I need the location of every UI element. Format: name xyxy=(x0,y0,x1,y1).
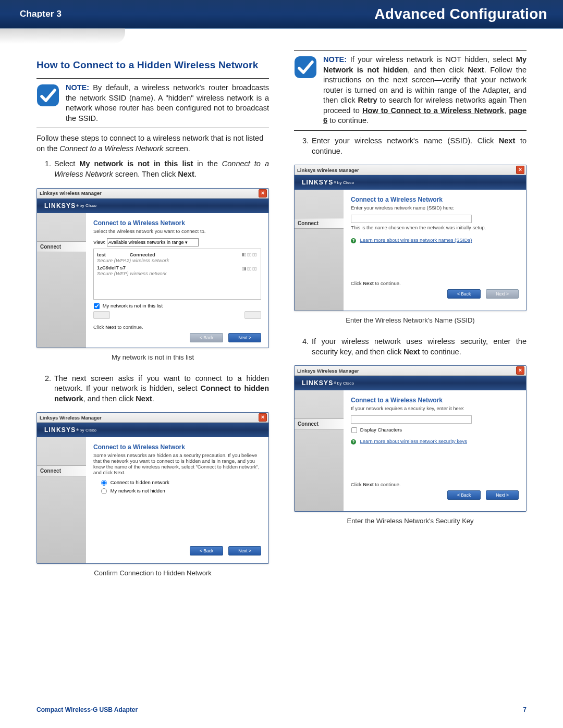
brand-bar: LINKSYS®by Cisco xyxy=(37,423,268,437)
step-3: Enter your wireless network's name (SSID… xyxy=(311,136,527,156)
sidebar-tab-connect[interactable]: Connect xyxy=(295,218,344,229)
figure-caption: My network is not in this list xyxy=(36,353,269,361)
svg-rect-1 xyxy=(295,56,316,78)
footer-product: Compact Wireless-G USB Adapter xyxy=(36,706,138,713)
chapter-label: Chapter 3 xyxy=(20,9,62,19)
back-button[interactable]: < Back xyxy=(447,490,481,500)
close-icon[interactable]: × xyxy=(259,413,267,422)
intro-text: Follow these steps to connect to a wirel… xyxy=(36,133,269,154)
panel-title: Connect to a Wireless Network xyxy=(93,443,261,451)
network-list[interactable]: test Connected Secure (WPA2) wireless ne… xyxy=(93,249,261,300)
note-label: NOTE: xyxy=(323,55,347,64)
disabled-button xyxy=(244,311,261,319)
connect-hidden-radio[interactable]: Connect to hidden network xyxy=(101,479,169,485)
close-icon[interactable]: × xyxy=(516,166,524,174)
section-title: How to Connect to a Hidden Wireless Netw… xyxy=(36,59,269,71)
step-2: The next screen asks if you want to conn… xyxy=(53,374,269,404)
panel-subtitle: Select the wireless network you want to … xyxy=(93,228,261,234)
help-icon: ? xyxy=(351,238,356,243)
step-4: If your wireless network uses wireless s… xyxy=(311,337,527,357)
my-network-not-in-list-checkbox[interactable]: My network is not in this list xyxy=(93,303,163,309)
brand-bar: LINKSYS®by Cisco xyxy=(295,175,526,190)
panel-title: Connect to a Wireless Network xyxy=(351,196,519,203)
brand-bar: LINKSYS®by Cisco xyxy=(295,376,526,390)
help-link-security[interactable]: Learn more about wireless network securi… xyxy=(360,438,467,444)
note-text: By default, a wireless network's router … xyxy=(66,83,269,122)
next-button[interactable]: Next > xyxy=(486,490,519,500)
panel-title: Connect to a Wireless Network xyxy=(351,397,519,404)
display-characters-checkbox[interactable]: Display Characters xyxy=(351,427,402,433)
sidebar-tab-connect[interactable]: Connect xyxy=(295,418,344,429)
checkmark-icon xyxy=(36,84,59,107)
help-link-ssid[interactable]: Learn more about wireless network names … xyxy=(360,237,472,243)
brand-bar: LINKSYS®by Cisco xyxy=(37,199,268,213)
figure-caption: Confirm Connection to Hidden Network xyxy=(36,569,269,577)
screenshot-window-1: Linksys Wireless Manager × LINKSYS®by Ci… xyxy=(36,188,269,348)
sidebar-tab-connect[interactable]: Connect xyxy=(37,241,86,252)
window-title: Linksys Wireless Manager xyxy=(40,190,102,196)
panel-subtitle: Enter your wireless network name (SSID) … xyxy=(351,205,519,211)
figure-caption: Enter the Wireless Network's Security Ke… xyxy=(294,517,527,525)
screenshot-window-3: Linksys Wireless Manager × LINKSYS®by Ci… xyxy=(294,165,527,311)
note-label: NOTE: xyxy=(66,83,89,92)
ssid-input[interactable] xyxy=(351,215,472,223)
back-button[interactable]: < Back xyxy=(190,546,223,556)
next-button[interactable]: Next > xyxy=(486,289,519,299)
panel-title: Connect to a Wireless Network xyxy=(93,219,261,227)
view-select[interactable]: Available wireless networks in range ▾ xyxy=(107,238,199,246)
back-button[interactable]: < Back xyxy=(190,333,223,342)
footer-page-number: 7 xyxy=(523,706,527,713)
window-title: Linksys Wireless Manager xyxy=(40,415,102,421)
page-title: Advanced Configuration xyxy=(374,6,547,22)
window-title: Linksys Wireless Manager xyxy=(297,167,359,173)
close-icon[interactable]: × xyxy=(516,366,524,375)
back-button[interactable]: < Back xyxy=(447,289,481,299)
security-key-input[interactable] xyxy=(351,415,472,424)
not-hidden-radio[interactable]: My network is not hidden xyxy=(101,488,165,493)
step-1: Select My network is not in this list in… xyxy=(53,159,269,179)
panel-subtitle: Some wireless networks are hidden as a s… xyxy=(93,452,261,475)
figure-caption: Enter the Wireless Network's Name (SSID) xyxy=(294,316,527,324)
close-icon[interactable]: × xyxy=(259,189,267,198)
next-button[interactable]: Next > xyxy=(228,546,261,556)
sidebar-tab-connect[interactable]: Connect xyxy=(37,465,86,476)
screenshot-window-4: Linksys Wireless Manager × LINKSYS®by Ci… xyxy=(294,365,527,512)
checkmark-icon xyxy=(294,56,317,79)
next-button[interactable]: Next > xyxy=(228,333,261,342)
disabled-button xyxy=(93,311,110,319)
window-title: Linksys Wireless Manager xyxy=(297,368,359,374)
panel-subtitle: If your network requires a security key,… xyxy=(351,405,519,411)
link-how-to-connect[interactable]: How to Connect to a Wireless Network xyxy=(362,106,504,115)
screenshot-window-2: Linksys Wireless Manager × LINKSYS®by Ci… xyxy=(36,412,269,564)
help-icon: ? xyxy=(351,439,356,445)
svg-rect-0 xyxy=(37,84,59,106)
